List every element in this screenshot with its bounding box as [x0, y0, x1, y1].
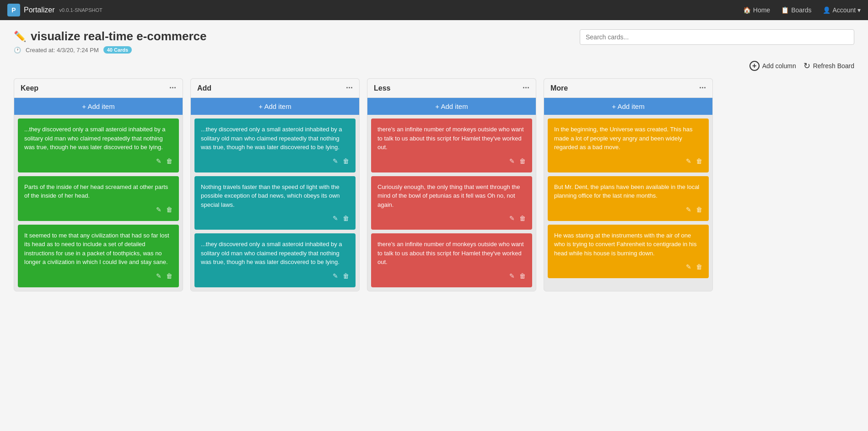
edit-card-icon[interactable]: ✎ [686, 205, 691, 215]
column-less: Less ··· + Add item there's an infinite … [367, 78, 536, 291]
search-area [580, 29, 854, 45]
card-more-0: In the beginning, the Universe was creat… [548, 119, 709, 172]
column-more: More ··· + Add item In the beginning, th… [544, 78, 713, 291]
column-header-keep: Keep ··· [14, 79, 183, 98]
edit-card-icon[interactable]: ✎ [509, 156, 515, 166]
refresh-icon: ↻ [803, 61, 810, 71]
app-version: v0.0.1-SNAPSHOT [59, 7, 102, 13]
board-actions: + Add column ↻ Refresh Board [14, 61, 854, 71]
edit-card-icon[interactable]: ✎ [156, 205, 162, 215]
card-actions: ✎ 🗑 [24, 271, 173, 281]
card-more-2: He was staring at the instruments with t… [548, 225, 709, 279]
cards-count-badge: 40 Cards [103, 46, 132, 54]
column-title-more: More [550, 84, 568, 92]
card-text: ...they discovered only a small asteroid… [201, 125, 349, 152]
delete-card-icon[interactable]: 🗑 [519, 156, 526, 166]
card-add-1: Nothing travels faster than the speed of… [194, 176, 356, 230]
add-item-button-more[interactable]: + Add item [544, 98, 712, 115]
board-header: ✏️ visualize real-time e-commerce 🕐 Crea… [14, 29, 854, 54]
delete-card-icon[interactable]: 🗑 [696, 156, 702, 166]
card-less-1: Curiously enough, the only thing that we… [371, 176, 532, 230]
column-menu-less[interactable]: ··· [523, 83, 529, 93]
board-meta: 🕐 Created at: 4/3/20, 7:24 PM 40 Cards [14, 46, 206, 54]
account-icon: 👤 [823, 6, 830, 14]
card-actions: ✎ 🗑 [24, 205, 173, 215]
column-menu-add[interactable]: ··· [346, 83, 353, 93]
app-logo: P [7, 4, 20, 16]
edit-card-icon[interactable]: ✎ [686, 156, 691, 166]
add-item-button-keep[interactable]: + Add item [14, 98, 183, 115]
delete-card-icon[interactable]: 🗑 [166, 271, 173, 281]
brand: P Portalizer v0.0.1-SNAPSHOT [7, 4, 102, 16]
card-text: there's an infinite number of monkeys ou… [377, 240, 526, 267]
card-actions: ✎ 🗑 [201, 156, 349, 166]
card-text: Parts of the inside of her head screamed… [24, 183, 173, 200]
edit-card-icon[interactable]: ✎ [333, 271, 338, 281]
refresh-board-button[interactable]: ↻ Refresh Board [803, 61, 854, 71]
delete-card-icon[interactable]: 🗑 [343, 156, 349, 166]
nav-home[interactable]: 🏠 Home [743, 6, 770, 14]
nav-links: 🏠 Home 📋 Boards 👤 Account ▾ [743, 6, 861, 14]
edit-card-icon[interactable]: ✎ [509, 214, 515, 223]
column-title-less: Less [374, 84, 390, 92]
add-item-button-add[interactable]: + Add item [191, 98, 359, 115]
card-keep-1: Parts of the inside of her head screamed… [18, 176, 179, 221]
column-header-more: More ··· [544, 79, 712, 98]
card-text: there's an infinite number of monkeys ou… [377, 125, 526, 152]
column-header-less: Less ··· [367, 79, 536, 98]
card-text: He was staring at the instruments with t… [554, 231, 702, 258]
cards-list-add: ...they discovered only a small asteroid… [191, 115, 359, 291]
delete-card-icon[interactable]: 🗑 [519, 214, 526, 223]
column-title-add: Add [197, 84, 211, 92]
card-keep-2: It seemed to me that any civilization th… [18, 225, 179, 287]
card-text: ...they discovered only a small asteroid… [24, 125, 173, 152]
pencil-icon: ✏️ [14, 31, 26, 43]
card-actions: ✎ 🗑 [554, 262, 702, 272]
edit-card-icon[interactable]: ✎ [509, 271, 515, 281]
home-icon: 🏠 [743, 6, 751, 14]
board-title-row: ✏️ visualize real-time e-commerce [14, 29, 206, 43]
card-actions: ✎ 🗑 [201, 214, 349, 223]
add-column-icon: + [749, 61, 760, 71]
navbar: P Portalizer v0.0.1-SNAPSHOT 🏠 Home 📋 Bo… [0, 0, 868, 20]
app-name: Portalizer [24, 6, 55, 14]
edit-card-icon[interactable]: ✎ [156, 271, 162, 281]
cards-list-keep: ...they discovered only a small asteroid… [14, 115, 183, 291]
column-title-keep: Keep [21, 84, 38, 92]
search-input[interactable] [580, 29, 854, 45]
board-title-area: ✏️ visualize real-time e-commerce 🕐 Crea… [14, 29, 206, 54]
edit-card-icon[interactable]: ✎ [333, 214, 338, 223]
nav-boards[interactable]: 📋 Boards [781, 6, 811, 14]
card-actions: ✎ 🗑 [554, 205, 702, 215]
clock-icon: 🕐 [14, 47, 21, 54]
delete-card-icon[interactable]: 🗑 [166, 205, 173, 215]
edit-card-icon[interactable]: ✎ [686, 262, 691, 272]
card-text: ...they discovered only a small asteroid… [201, 240, 349, 267]
edit-card-icon[interactable]: ✎ [156, 156, 162, 166]
card-add-0: ...they discovered only a small asteroid… [194, 119, 356, 172]
nav-account[interactable]: 👤 Account ▾ [823, 6, 861, 14]
column-keep: Keep ··· + Add item ...they discovered o… [14, 78, 183, 291]
edit-card-icon[interactable]: ✎ [333, 156, 338, 166]
cards-list-less: there's an infinite number of monkeys ou… [367, 115, 536, 291]
delete-card-icon[interactable]: 🗑 [166, 156, 173, 166]
boards-icon: 📋 [781, 6, 789, 14]
delete-card-icon[interactable]: 🗑 [343, 271, 349, 281]
card-actions: ✎ 🗑 [377, 271, 526, 281]
column-menu-more[interactable]: ··· [699, 83, 706, 93]
card-actions: ✎ 🗑 [377, 214, 526, 223]
card-text: In the beginning, the Universe was creat… [554, 125, 702, 152]
add-item-button-less[interactable]: + Add item [367, 98, 536, 115]
delete-card-icon[interactable]: 🗑 [696, 262, 702, 272]
column-menu-keep[interactable]: ··· [169, 83, 176, 93]
add-column-button[interactable]: + Add column [749, 61, 796, 71]
column-header-add: Add ··· [191, 79, 359, 98]
card-text: Nothing travels faster than the speed of… [201, 183, 349, 210]
delete-card-icon[interactable]: 🗑 [696, 205, 702, 215]
delete-card-icon[interactable]: 🗑 [343, 214, 349, 223]
card-text: Curiously enough, the only thing that we… [377, 183, 526, 210]
card-actions: ✎ 🗑 [201, 271, 349, 281]
card-actions: ✎ 🗑 [377, 156, 526, 166]
card-actions: ✎ 🗑 [554, 156, 702, 166]
delete-card-icon[interactable]: 🗑 [519, 271, 526, 281]
